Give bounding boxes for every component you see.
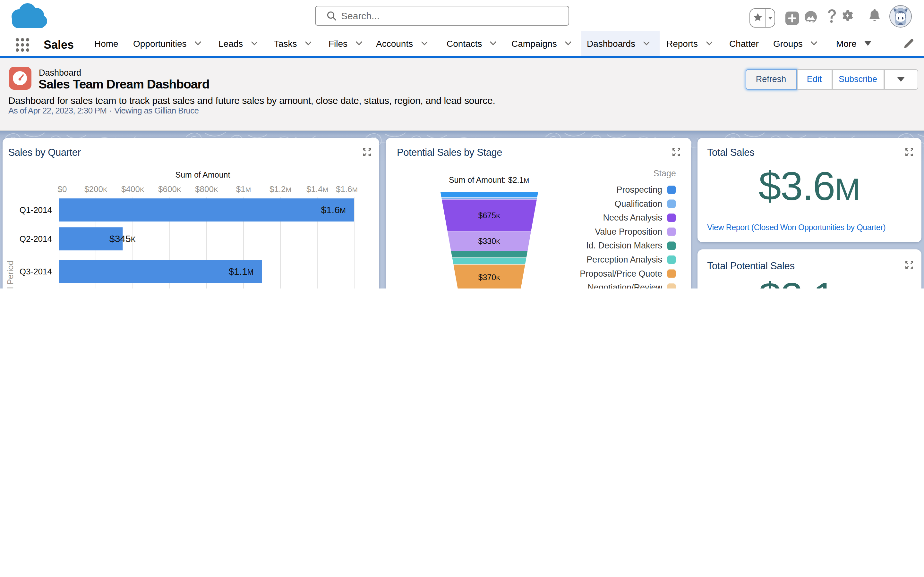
svg-text:$0: $0: [58, 184, 67, 194]
svg-text:Perception Analysis: Perception Analysis: [586, 255, 662, 264]
svg-text:Q3-2014: Q3-2014: [19, 267, 52, 276]
svg-text:$330K: $330K: [478, 237, 501, 245]
svg-text:Id. Decision Makers: Id. Decision Makers: [586, 241, 662, 250]
svg-text:$600K: $600K: [158, 184, 181, 194]
svg-text:$1.2M: $1.2M: [270, 184, 291, 194]
svg-text:Q1-2014: Q1-2014: [19, 205, 52, 215]
svg-text:Q2-2014: Q2-2014: [19, 234, 52, 243]
svg-text:$800K: $800K: [195, 184, 218, 194]
svg-text:$370K: $370K: [478, 273, 501, 282]
svg-text:Fiscal Period: Fiscal Period: [5, 261, 15, 288]
svg-text:Qualification: Qualification: [614, 199, 662, 209]
svg-text:$675K: $675K: [478, 211, 501, 220]
svg-text:Value Proposition: Value Proposition: [595, 227, 662, 237]
svg-text:$1M: $1M: [236, 184, 251, 194]
svg-text:Proposal/Price Quote: Proposal/Price Quote: [580, 269, 662, 279]
svg-text:$1.4M: $1.4M: [306, 184, 328, 194]
svg-text:$345K: $345K: [110, 234, 136, 244]
svg-text:Needs Analysis: Needs Analysis: [603, 213, 662, 222]
svg-text:$1.6M: $1.6M: [336, 184, 358, 194]
svg-text:$200K: $200K: [84, 184, 107, 194]
svg-text:$400K: $400K: [121, 184, 144, 194]
svg-text:Stage: Stage: [653, 169, 676, 178]
svg-text:Negotiation/Review: Negotiation/Review: [588, 283, 662, 288]
svg-text:Prospecting: Prospecting: [616, 185, 662, 195]
svg-text:Sum of Amount: Sum of Amount: [176, 170, 230, 179]
svg-text:Sum of Amount: $2.1M: Sum of Amount: $2.1M: [449, 175, 529, 184]
